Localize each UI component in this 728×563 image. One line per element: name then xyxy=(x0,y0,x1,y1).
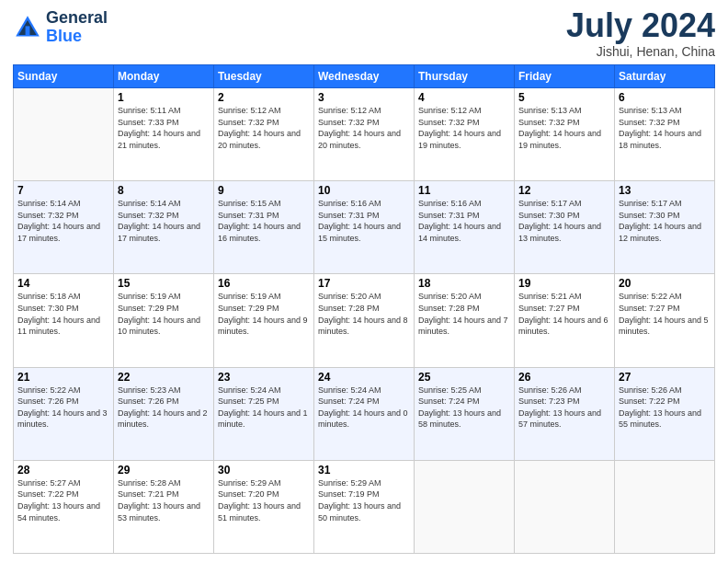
location: Jishui, Henan, China xyxy=(566,44,715,59)
day-info: Sunrise: 5:18 AM Sunset: 7:30 PM Dayligh… xyxy=(17,291,109,337)
day-number: 29 xyxy=(118,464,210,477)
day-cell: 29Sunrise: 5:28 AM Sunset: 7:21 PM Dayli… xyxy=(114,460,214,553)
day-info: Sunrise: 5:22 AM Sunset: 7:26 PM Dayligh… xyxy=(17,385,109,431)
day-info: Sunrise: 5:12 AM Sunset: 7:32 PM Dayligh… xyxy=(418,105,510,151)
day-number: 1 xyxy=(118,91,210,104)
logo-general: General xyxy=(46,8,108,27)
day-info: Sunrise: 5:12 AM Sunset: 7:32 PM Dayligh… xyxy=(218,105,310,151)
day-number: 3 xyxy=(318,91,410,104)
day-info: Sunrise: 5:20 AM Sunset: 7:28 PM Dayligh… xyxy=(318,291,410,337)
day-info: Sunrise: 5:19 AM Sunset: 7:29 PM Dayligh… xyxy=(218,291,310,337)
logo-text: General Blue xyxy=(46,9,108,46)
svg-rect-2 xyxy=(26,26,30,35)
week-row-1: 1Sunrise: 5:11 AM Sunset: 7:33 PM Daylig… xyxy=(14,88,715,181)
day-number: 20 xyxy=(619,277,711,290)
day-number: 16 xyxy=(218,277,310,290)
weekday-header-row: Sunday Monday Tuesday Wednesday Thursday… xyxy=(14,65,715,88)
day-number: 23 xyxy=(218,371,310,384)
day-info: Sunrise: 5:14 AM Sunset: 7:32 PM Dayligh… xyxy=(17,198,109,244)
day-number: 11 xyxy=(418,184,510,197)
day-cell: 31Sunrise: 5:29 AM Sunset: 7:19 PM Dayli… xyxy=(314,460,415,553)
day-cell: 11Sunrise: 5:16 AM Sunset: 7:31 PM Dayli… xyxy=(415,181,515,274)
day-number: 9 xyxy=(218,184,310,197)
day-info: Sunrise: 5:17 AM Sunset: 7:30 PM Dayligh… xyxy=(518,198,610,244)
day-number: 28 xyxy=(17,464,109,477)
day-info: Sunrise: 5:28 AM Sunset: 7:21 PM Dayligh… xyxy=(118,477,210,523)
week-row-5: 28Sunrise: 5:27 AM Sunset: 7:22 PM Dayli… xyxy=(14,460,715,553)
day-cell: 24Sunrise: 5:24 AM Sunset: 7:24 PM Dayli… xyxy=(314,367,415,460)
day-cell: 14Sunrise: 5:18 AM Sunset: 7:30 PM Dayli… xyxy=(14,274,114,367)
header-saturday: Saturday xyxy=(615,65,715,88)
day-number: 19 xyxy=(518,277,610,290)
calendar-table: Sunday Monday Tuesday Wednesday Thursday… xyxy=(13,64,715,554)
day-info: Sunrise: 5:20 AM Sunset: 7:28 PM Dayligh… xyxy=(418,291,510,337)
day-info: Sunrise: 5:29 AM Sunset: 7:20 PM Dayligh… xyxy=(218,477,310,523)
day-cell: 8Sunrise: 5:14 AM Sunset: 7:32 PM Daylig… xyxy=(114,181,214,274)
day-info: Sunrise: 5:22 AM Sunset: 7:27 PM Dayligh… xyxy=(619,291,711,337)
day-cell: 26Sunrise: 5:26 AM Sunset: 7:23 PM Dayli… xyxy=(515,367,615,460)
day-info: Sunrise: 5:14 AM Sunset: 7:32 PM Dayligh… xyxy=(118,198,210,244)
day-cell: 16Sunrise: 5:19 AM Sunset: 7:29 PM Dayli… xyxy=(214,274,314,367)
day-cell: 19Sunrise: 5:21 AM Sunset: 7:27 PM Dayli… xyxy=(515,274,615,367)
calendar-page: General Blue July 2024 Jishui, Henan, Ch… xyxy=(0,0,728,563)
day-cell xyxy=(515,460,615,553)
day-info: Sunrise: 5:19 AM Sunset: 7:29 PM Dayligh… xyxy=(118,291,210,337)
day-cell: 1Sunrise: 5:11 AM Sunset: 7:33 PM Daylig… xyxy=(114,88,214,181)
title-block: July 2024 Jishui, Henan, China xyxy=(566,9,715,59)
day-number: 6 xyxy=(619,91,711,104)
day-cell xyxy=(615,460,715,553)
header-thursday: Thursday xyxy=(415,65,515,88)
week-row-3: 14Sunrise: 5:18 AM Sunset: 7:30 PM Dayli… xyxy=(14,274,715,367)
day-number: 13 xyxy=(619,184,711,197)
day-number: 27 xyxy=(619,371,711,384)
day-number: 8 xyxy=(118,184,210,197)
day-info: Sunrise: 5:16 AM Sunset: 7:31 PM Dayligh… xyxy=(418,198,510,244)
day-cell: 22Sunrise: 5:23 AM Sunset: 7:26 PM Dayli… xyxy=(114,367,214,460)
day-number: 5 xyxy=(518,91,610,104)
day-info: Sunrise: 5:23 AM Sunset: 7:26 PM Dayligh… xyxy=(118,385,210,431)
header-friday: Friday xyxy=(515,65,615,88)
day-cell: 12Sunrise: 5:17 AM Sunset: 7:30 PM Dayli… xyxy=(515,181,615,274)
day-number: 31 xyxy=(318,464,410,477)
day-number: 30 xyxy=(218,464,310,477)
day-cell: 6Sunrise: 5:13 AM Sunset: 7:32 PM Daylig… xyxy=(615,88,715,181)
day-cell: 30Sunrise: 5:29 AM Sunset: 7:20 PM Dayli… xyxy=(214,460,314,553)
day-cell: 28Sunrise: 5:27 AM Sunset: 7:22 PM Dayli… xyxy=(14,460,114,553)
week-row-2: 7Sunrise: 5:14 AM Sunset: 7:32 PM Daylig… xyxy=(14,181,715,274)
day-cell: 2Sunrise: 5:12 AM Sunset: 7:32 PM Daylig… xyxy=(214,88,314,181)
day-number: 17 xyxy=(318,277,410,290)
day-cell: 18Sunrise: 5:20 AM Sunset: 7:28 PM Dayli… xyxy=(415,274,515,367)
header-sunday: Sunday xyxy=(14,65,114,88)
day-info: Sunrise: 5:12 AM Sunset: 7:32 PM Dayligh… xyxy=(318,105,410,151)
day-info: Sunrise: 5:24 AM Sunset: 7:25 PM Dayligh… xyxy=(218,385,310,431)
logo-blue: Blue xyxy=(46,28,108,46)
day-cell: 27Sunrise: 5:26 AM Sunset: 7:22 PM Dayli… xyxy=(615,367,715,460)
day-number: 14 xyxy=(17,277,109,290)
day-number: 21 xyxy=(17,371,109,384)
day-info: Sunrise: 5:26 AM Sunset: 7:23 PM Dayligh… xyxy=(518,385,610,431)
logo: General Blue xyxy=(13,9,108,46)
day-number: 24 xyxy=(318,371,410,384)
day-cell: 21Sunrise: 5:22 AM Sunset: 7:26 PM Dayli… xyxy=(14,367,114,460)
day-cell: 20Sunrise: 5:22 AM Sunset: 7:27 PM Dayli… xyxy=(615,274,715,367)
day-number: 4 xyxy=(418,91,510,104)
day-info: Sunrise: 5:26 AM Sunset: 7:22 PM Dayligh… xyxy=(619,385,711,431)
day-cell xyxy=(415,460,515,553)
day-number: 12 xyxy=(518,184,610,197)
day-cell: 25Sunrise: 5:25 AM Sunset: 7:24 PM Dayli… xyxy=(415,367,515,460)
day-number: 7 xyxy=(17,184,109,197)
day-cell: 5Sunrise: 5:13 AM Sunset: 7:32 PM Daylig… xyxy=(515,88,615,181)
day-number: 22 xyxy=(118,371,210,384)
day-number: 15 xyxy=(118,277,210,290)
day-number: 18 xyxy=(418,277,510,290)
day-info: Sunrise: 5:17 AM Sunset: 7:30 PM Dayligh… xyxy=(619,198,711,244)
day-number: 10 xyxy=(318,184,410,197)
day-info: Sunrise: 5:21 AM Sunset: 7:27 PM Dayligh… xyxy=(518,291,610,337)
day-info: Sunrise: 5:27 AM Sunset: 7:22 PM Dayligh… xyxy=(17,477,109,523)
day-info: Sunrise: 5:13 AM Sunset: 7:32 PM Dayligh… xyxy=(619,105,711,151)
day-cell: 4Sunrise: 5:12 AM Sunset: 7:32 PM Daylig… xyxy=(415,88,515,181)
day-info: Sunrise: 5:29 AM Sunset: 7:19 PM Dayligh… xyxy=(318,477,410,523)
day-number: 25 xyxy=(418,371,510,384)
day-info: Sunrise: 5:24 AM Sunset: 7:24 PM Dayligh… xyxy=(318,385,410,431)
day-info: Sunrise: 5:25 AM Sunset: 7:24 PM Dayligh… xyxy=(418,385,510,431)
